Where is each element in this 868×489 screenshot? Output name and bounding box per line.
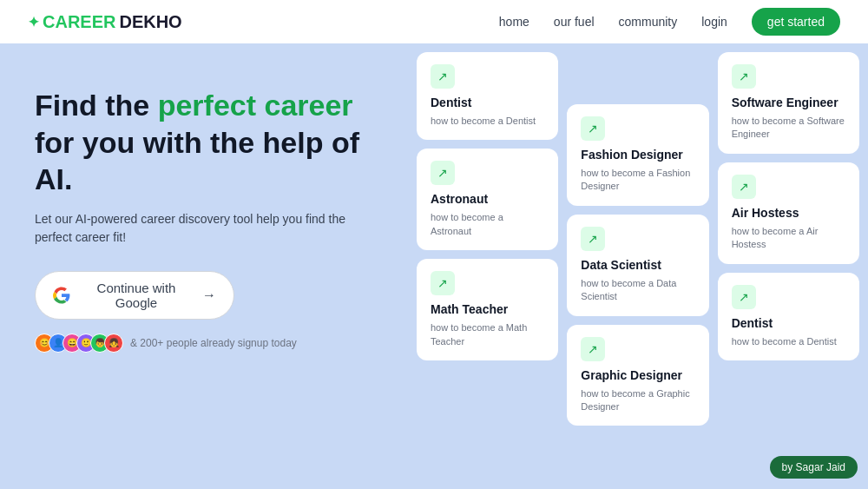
nav-community[interactable]: community — [619, 15, 678, 29]
cards-col-3: ↗ Software Engineer how to become a Soft… — [718, 52, 859, 480]
nav-our-fuel[interactable]: our fuel — [554, 15, 595, 29]
logo[interactable]: ✦ CAREERDEKHO — [28, 12, 182, 32]
google-signin-button[interactable]: Continue with Google → — [35, 271, 234, 320]
card-astronaut[interactable]: ↗ Astronaut how to become a Astronaut — [417, 149, 558, 250]
hero-section: Find the perfect career for you with the… — [0, 43, 408, 489]
career-icon: ↗ — [431, 161, 455, 185]
card-title: Astronaut — [431, 192, 544, 206]
card-subtitle: how to become a Graphic Designer — [581, 387, 694, 414]
card-subtitle: how to become a Data Scientist — [581, 277, 694, 304]
cards-col-2: ↗ Fashion Designer how to become a Fashi… — [567, 104, 708, 480]
card-subtitle: how to become a Fashion Designer — [581, 167, 694, 194]
social-proof: 😊 👤 😄 🙂 👦 👧 & 200+ people already signup… — [35, 334, 373, 353]
main-content: Find the perfect career for you with the… — [0, 43, 868, 489]
card-title: Data Scientist — [581, 258, 694, 272]
career-icon: ↗ — [732, 285, 756, 309]
cards-area: ↗ Dentist how to become a Dentist ↗ Astr… — [408, 43, 868, 489]
card-title: Dentist — [732, 316, 845, 330]
social-proof-text: & 200+ people already signup today — [130, 337, 297, 349]
card-title: Graphic Designer — [581, 368, 694, 382]
card-dentist-2[interactable]: ↗ Dentist how to become a Dentist — [718, 273, 859, 360]
career-icon: ↗ — [581, 337, 605, 361]
card-data-scientist[interactable]: ↗ Data Scientist how to become a Data Sc… — [567, 215, 708, 316]
nav-links: home our fuel community login get starte… — [499, 8, 840, 36]
card-title: Fashion Designer — [581, 148, 694, 162]
career-icon: ↗ — [581, 227, 605, 251]
card-subtitle: how to become a Dentist — [431, 115, 544, 128]
arrow-icon: → — [202, 287, 216, 303]
hero-highlight: perfect career — [158, 89, 353, 122]
hero-subtitle: Let our AI-powered career discovery tool… — [35, 210, 373, 247]
avatar: 👧 — [104, 334, 123, 353]
watermark: by Sagar Jaid — [770, 456, 858, 479]
career-icon: ↗ — [431, 64, 455, 89]
card-title: Software Engineer — [732, 96, 845, 109]
card-graphic-designer[interactable]: ↗ Graphic Designer how to become a Graph… — [567, 325, 708, 426]
career-icon: ↗ — [732, 175, 756, 199]
brand-dekho: DEKHO — [119, 12, 181, 32]
google-logo-icon — [53, 287, 70, 304]
career-icon: ↗ — [431, 271, 455, 295]
google-btn-label: Continue with Google — [79, 281, 194, 310]
card-software-engineer[interactable]: ↗ Software Engineer how to become a Soft… — [718, 52, 859, 154]
nav-home[interactable]: home — [499, 15, 529, 29]
cards-grid: ↗ Dentist how to become a Dentist ↗ Astr… — [408, 43, 868, 489]
card-subtitle: how to become a Math Teacher — [431, 321, 544, 348]
career-icon: ↗ — [732, 64, 756, 89]
brand-career: CAREER — [43, 12, 115, 32]
card-title: Air Hostess — [732, 206, 845, 220]
nav-login[interactable]: login — [701, 15, 727, 29]
hero-title: Find the perfect career for you with the… — [35, 87, 373, 198]
card-subtitle: how to become a Software Engineer — [732, 115, 845, 142]
card-air-hostess[interactable]: ↗ Air Hostess how to become a Air Hostes… — [718, 162, 859, 264]
card-subtitle: how to become a Air Hostess — [732, 225, 845, 252]
card-title: Math Teacher — [431, 302, 544, 316]
card-fashion-designer[interactable]: ↗ Fashion Designer how to become a Fashi… — [567, 104, 708, 206]
card-title: Dentist — [431, 96, 544, 109]
career-icon: ↗ — [581, 116, 605, 141]
gear-icon: ✦ — [28, 14, 39, 30]
card-subtitle: how to become a Dentist — [732, 335, 845, 348]
card-math-teacher[interactable]: ↗ Math Teacher how to become a Math Teac… — [417, 259, 558, 360]
avatar-group: 😊 👤 😄 🙂 👦 👧 — [35, 334, 123, 353]
cards-col-1: ↗ Dentist how to become a Dentist ↗ Astr… — [417, 52, 558, 480]
get-started-button[interactable]: get started — [752, 8, 840, 36]
card-dentist-1[interactable]: ↗ Dentist how to become a Dentist — [417, 52, 558, 140]
card-subtitle: how to become a Astronaut — [431, 211, 544, 238]
navbar: ✦ CAREERDEKHO home our fuel community lo… — [0, 0, 868, 43]
